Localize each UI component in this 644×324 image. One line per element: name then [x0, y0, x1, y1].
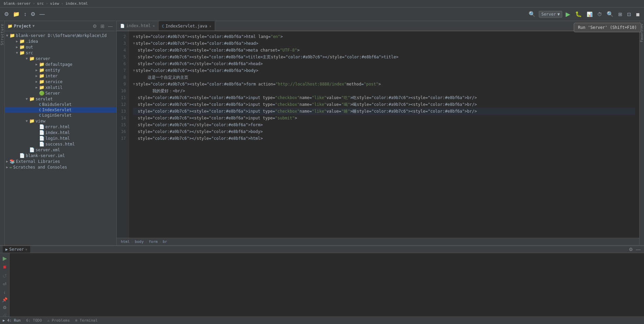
- tree-item-Scratches and Consoles[interactable]: ▶✏Scratches and Consoles: [5, 164, 116, 170]
- tab-IndexServlet-java[interactable]: C IndexServlet.java ×: [158, 21, 215, 31]
- tab-file-icon: 📄: [120, 24, 125, 28]
- code-line-12: style="color:#a9b7c6"><style="color:#e8b…: [133, 101, 635, 108]
- run-scroll-button[interactable]: ↓: [1, 289, 8, 295]
- footer-tab----TODO[interactable]: 6: TODO: [26, 318, 42, 323]
- run-pin-button[interactable]: 📌: [1, 297, 8, 303]
- panel-title: 📁 Project ▼: [7, 24, 35, 28]
- tree-item-blank-server.iml[interactable]: 📄blank-server.iml: [5, 153, 116, 158]
- tree-item-xmlutil[interactable]: ▶📁xmlutil: [5, 84, 116, 90]
- tab-file-icon: C: [162, 24, 164, 28]
- tree-item-server.xml[interactable]: 📄server.xml: [5, 147, 116, 153]
- tab-close-icon[interactable]: ×: [209, 24, 211, 28]
- footer-tab----Run[interactable]: ▶ 4: Run: [3, 318, 21, 323]
- fold-icon[interactable]: ▼: [133, 67, 135, 74]
- toolbar-icon-right1[interactable]: ⊞: [617, 11, 624, 18]
- tree-item-label: index.html: [45, 130, 70, 135]
- footer-tab---Terminal[interactable]: ≡ Terminal: [75, 318, 98, 323]
- expand-arrow: ▶: [34, 80, 39, 83]
- tree-item-servlet[interactable]: ▼📁servlet: [5, 96, 116, 102]
- tree-item-src[interactable]: ▼📁src: [5, 50, 116, 56]
- tab-close-icon[interactable]: ×: [153, 24, 155, 28]
- debug-button[interactable]: 🐛: [574, 10, 583, 18]
- bottom-gear-icon[interactable]: ⚙: [628, 246, 634, 253]
- run-tab-label: Server: [9, 247, 24, 252]
- tree-item-inter[interactable]: ▶📁inter: [5, 73, 116, 79]
- tree-item-label: inter: [45, 74, 58, 78]
- run-config-dropdown[interactable]: Server ▼: [539, 11, 562, 18]
- run-tab[interactable]: ▶ Server ×: [3, 246, 30, 253]
- folder-icon: 📁: [29, 56, 35, 61]
- bottom-tab-bar: ▶ Server × ⚙ —: [0, 246, 644, 253]
- footer-tab-label: ▶ 4: Run: [3, 318, 21, 323]
- tree-item-label: External Libraries: [16, 159, 60, 164]
- tree-item-service[interactable]: ▶📁service: [5, 79, 116, 84]
- tree-item-label: Server: [45, 91, 60, 96]
- tree-item-index.html[interactable]: 📄index.html: [5, 130, 116, 135]
- structure-label[interactable]: Structure: [0, 21, 4, 48]
- code-content[interactable]: ▼style="color:#a9b7c6"><style="color:#e8…: [129, 31, 639, 238]
- run-button[interactable]: ▶: [564, 10, 572, 19]
- run-wrap-button[interactable]: ⏎: [1, 281, 8, 287]
- coverage-button[interactable]: 📊: [585, 11, 594, 18]
- code-line-9: ▼ style="color:#a9b7c6"><style="color:#e…: [133, 81, 635, 88]
- tree-item-External Libraries[interactable]: ▶📚External Libraries: [5, 158, 116, 164]
- iml-file-icon: 📄: [19, 153, 25, 158]
- bottom-minimize-icon[interactable]: —: [635, 246, 641, 253]
- tab-index-html[interactable]: 📄 index.html ×: [117, 21, 158, 31]
- tree-item-defaultpage[interactable]: ▶📁defaultpage: [5, 61, 116, 67]
- tree-item-LoginServlet[interactable]: CLoginServlet: [5, 113, 116, 118]
- breadcrumb-item-br[interactable]: br: [163, 240, 167, 244]
- panel-expand-icon[interactable]: ⊞: [99, 23, 106, 29]
- panel-gear-icon[interactable]: ⚙: [92, 23, 98, 29]
- tree-item-entity[interactable]: ▶📁entity: [5, 67, 116, 73]
- tree-item-view-folder[interactable]: ▼📁view: [5, 118, 116, 124]
- run-stop-button[interactable]: ■: [1, 263, 8, 271]
- footer-tab---Problems[interactable]: ⚠ Problems: [47, 318, 70, 323]
- tree-item-label: blank-server D:\Software\Workplace\Id: [16, 33, 107, 38]
- toolbar-icon-right3[interactable]: ◼: [634, 11, 641, 18]
- breadcrumb-item-html[interactable]: html: [121, 240, 130, 244]
- panel-minimize-icon[interactable]: —: [107, 23, 114, 29]
- toolbar-icon-3[interactable]: ↕: [22, 11, 28, 18]
- fold-icon[interactable]: ▼: [133, 81, 135, 88]
- toolbar-icon-4[interactable]: ⚙: [29, 10, 37, 18]
- tree-item-label: blank-server.iml: [26, 153, 65, 158]
- breadcrumb-item-body[interactable]: body: [135, 240, 144, 244]
- line-number-2: 2: [119, 33, 126, 40]
- project-panel: 📁 Project ▼ ⚙ ⊞ — ▼📁blank-server D:\Soft…: [5, 21, 117, 245]
- fold-icon[interactable]: ▼: [133, 40, 135, 47]
- run-tab-close[interactable]: ×: [25, 248, 27, 251]
- tree-item-label: service: [45, 79, 63, 84]
- folder-icon: 📁: [39, 85, 44, 90]
- run-play-button[interactable]: ▶: [1, 254, 8, 262]
- tree-item-BaiduServlet[interactable]: CBaiduServlet: [5, 102, 116, 107]
- tree-item-server[interactable]: ▼📁server: [5, 56, 116, 61]
- toolbar-icon-2[interactable]: 📁: [12, 10, 21, 18]
- line-number-17: 17: [119, 135, 126, 142]
- tree-item-login.html[interactable]: 📄login.html: [5, 135, 116, 141]
- run-rerun-button[interactable]: ↺: [1, 272, 8, 280]
- tree-item-error.html[interactable]: 📄error.html: [5, 124, 116, 130]
- breadcrumb-item-form[interactable]: form: [149, 240, 158, 244]
- tree-item-Server[interactable]: 🟢Server: [5, 90, 116, 96]
- tree-item-out[interactable]: ▶📁out: [5, 44, 116, 50]
- profile-button[interactable]: ⏱: [596, 11, 603, 18]
- toolbar-icon-right2[interactable]: ⊡: [626, 11, 632, 18]
- panel-dropdown-icon[interactable]: ▼: [33, 24, 35, 28]
- toolbar-icon-5[interactable]: —: [38, 11, 46, 18]
- code-line-3: ▼ style="color:#a9b7c6"><style="color:#e…: [133, 40, 635, 47]
- java-class-icon: C: [39, 102, 41, 107]
- tree-item-success.html[interactable]: 📄success.html: [5, 141, 116, 147]
- tree-item-blank-server-root[interactable]: ▼📁blank-server D:\Software\Workplace\Id: [5, 33, 116, 38]
- toolbar-search2-icon[interactable]: 🔍: [605, 10, 615, 18]
- fold-icon[interactable]: ▼: [133, 33, 135, 40]
- tree-item-idea[interactable]: ▶📁.idea: [5, 38, 116, 44]
- run-settings-button[interactable]: ⚙: [1, 304, 8, 311]
- expand-arrow: ▼: [24, 57, 29, 60]
- toolbar-search-icon[interactable]: 🔍: [527, 10, 537, 18]
- folder-icon: 📁: [19, 50, 25, 55]
- line-number-11: 11: [119, 94, 126, 101]
- toolbar-icon-1[interactable]: ⚙: [3, 10, 10, 18]
- code-editor[interactable]: 234567891011121314151617 ▼style="color:#…: [117, 31, 639, 238]
- tree-item-IndexServlet[interactable]: CIndexServlet: [5, 107, 116, 113]
